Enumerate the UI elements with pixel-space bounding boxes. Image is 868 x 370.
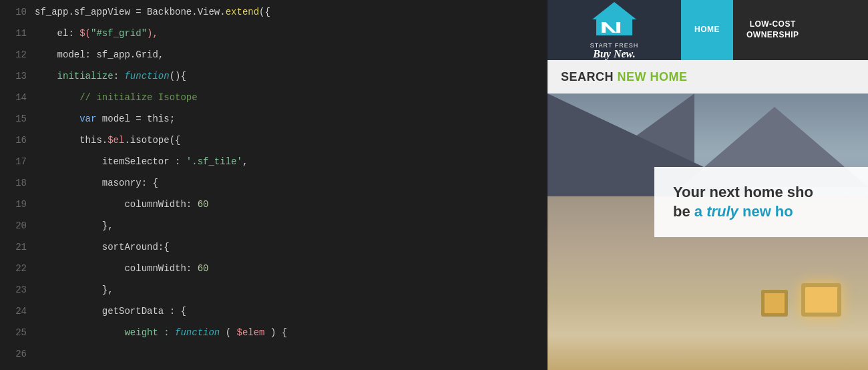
code-line-19: masonry: { [35,172,548,194]
code-line-18: itemSelector : '.sf_tile', [35,151,548,172]
code-editor: 1011121314151617181920212223242526 sf_ap… [0,0,548,370]
line-number-25: 25 [15,322,27,343]
line-number-18: 18 [15,172,27,194]
line-number-17: 17 [15,151,27,172]
hero-text-overlay: Your next home sho be a truly new ho [654,167,868,237]
code-line-17: this.$el.isotope({ [35,130,548,151]
search-label: SEARCH NEW HOME [561,70,688,84]
logo-house-icon [591,1,638,39]
svg-marker-0 [592,2,636,19]
code-line-25: getSortData : { [35,301,548,322]
hero-title-line1: Your next home sho [673,184,813,200]
line-number-22: 22 [15,258,27,279]
nav-items: HOME LOW-COSTOWNERSHIP [681,0,868,60]
logo-area: START FRESH Buy New. [548,0,681,60]
code-line-14: // initialize Isotope [35,87,548,108]
code-line-10: sf_app.sf_appView = Backbone.View.extend… [35,1,548,23]
nav-item-ownership-label: LOW-COSTOWNERSHIP [746,19,799,40]
code-line-11: el: $("#sf_grid"), [35,23,548,44]
line-numbers: 1011121314151617181920212223242526 [0,0,35,370]
line-number-14: 14 [15,87,27,108]
line-number-26: 26 [15,343,27,365]
hero-title: Your next home sho be a truly new ho [673,183,849,221]
line-number-21: 21 [15,236,27,258]
svg-rect-4 [616,22,620,33]
line-number-23: 23 [15,279,27,301]
code-line-23: columnWidth: 60 [35,258,548,279]
line-number-11: 11 [15,23,27,44]
line-number-10: 10 [15,1,27,23]
line-number-12: 12 [15,44,27,65]
nav-item-ownership[interactable]: LOW-COSTOWNERSHIP [733,0,813,60]
code-line-26: weight : function ( $elem ) { [35,322,548,343]
search-bar: SEARCH NEW HOME [548,60,868,94]
code-line-22: sortAround:{ [35,236,548,258]
line-number-24: 24 [15,301,27,322]
line-number-15: 15 [15,108,27,130]
line-number-19: 19 [15,194,27,215]
line-number-16: 16 [15,130,27,151]
code-content: sf_app.sf_appView = Backbone.View.extend… [35,0,548,370]
hero-title-line2: be a truly new ho [673,203,793,220]
code-line-15: var model = this; [35,108,548,130]
nav-item-home[interactable]: HOME [681,0,733,60]
code-line-20: columnWidth: 60 [35,194,548,215]
code-line-13: initialize: function(){ [35,65,548,87]
code-line-12: model: sf_app.Grid, [35,44,548,65]
nav-item-home-label: HOME [694,25,720,35]
website-preview: START FRESH Buy New. HOME LOW-COSTOWNERS… [548,0,868,370]
line-number-13: 13 [15,65,27,87]
hero-image: Your next home sho be a truly new ho [548,94,868,370]
code-line-21: }, [35,215,548,236]
logo-script: Buy New. [593,49,635,59]
line-number-20: 20 [15,215,27,236]
nav-bar: START FRESH Buy New. HOME LOW-COSTOWNERS… [548,0,868,60]
code-line-24: }, [35,279,548,301]
